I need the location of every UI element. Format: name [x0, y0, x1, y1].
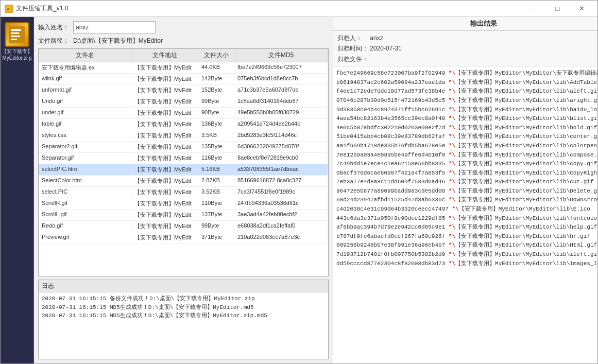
table-cell: 【安下载专用】MyEdit — [131, 62, 198, 73]
table-cell: 152Byte — [198, 85, 234, 96]
minimize-button[interactable]: — — [522, 2, 545, 16]
table-cell: 5.16KB — [198, 164, 234, 175]
arrow-indicator: *\ — [449, 215, 455, 221]
table-cell: 3.52KB — [198, 187, 234, 198]
table-cell: 116Byte — [198, 153, 234, 164]
file-path-label: 文件路径： — [38, 37, 69, 45]
table-cell: 3.5KB — [198, 130, 234, 141]
arrow-indicator: *\ — [449, 133, 455, 140]
table-cell: 44.0KB — [198, 62, 234, 73]
table-cell: under.gif — [39, 108, 131, 118]
arrow-indicator: *\ — [449, 79, 455, 85]
output-line: 7e812b9a03a4e0895be49ffe6d4010f0 *\【安下载专… — [336, 151, 597, 160]
table-row[interactable]: SelectColor.htm【安下载专用】MyEdit2.87KB851669… — [39, 176, 328, 187]
output-title: 输出结果 — [333, 17, 597, 31]
file-path-value: D:\桌面\【安下载专用】MyEditor — [73, 37, 329, 45]
hash-value: fbe7e249669c58e723007ba9f2f02949 — [336, 70, 449, 76]
table-cell: 【安下载专用】MyEdit — [131, 130, 198, 141]
table-cell: 【安下载专用】MyEdit — [131, 187, 198, 198]
arrow-indicator: *\ — [449, 88, 455, 94]
table-row[interactable]: Undo.gif【安下载专用】MyEdit99Byte1c8aa6df31401… — [39, 96, 328, 108]
arrow-indicator: *\ — [449, 152, 455, 158]
table-cell: wlink.gif — [39, 74, 131, 84]
table-row[interactable]: select.PIC【安下载专用】MyEdit3.52KB7ca3f74551f… — [39, 187, 328, 198]
file-path-output: 【安下载专用】MyEditor\MyEditor\lib\AddTable.ht… — [455, 79, 597, 85]
hash-value: 96472e5b877a89099badd9a3cde5dd08 — [336, 188, 449, 194]
table-row[interactable]: under.gif【安下载专用】MyEdit90Byte49e5b550b0b0… — [39, 108, 328, 119]
output-line: 7c49bdd1e7ece4c1ea62158e56bb8335 *\【安下载专… — [336, 160, 597, 169]
col-header-name: 文件名 — [39, 49, 131, 62]
window-title: 文件压缩工具_v1.0 — [16, 4, 68, 13]
table-row[interactable]: styles.css【安下载专用】MyEdit3.5KB2bd9283e3fc5… — [39, 130, 328, 142]
table-cell: 247fb94336a03536d61c — [234, 198, 328, 209]
output-line: 4e0c5b07abdfc302210d0203e00e2f7d *\【安下载专… — [336, 124, 597, 133]
output-line: 9d38358c04b4c8974371ff15bc62691c *\【安下载专… — [336, 106, 597, 115]
table-row[interactable]: Preview.gif【安下载专用】MyEdit371Byte210a022d0… — [39, 232, 328, 244]
output-content[interactable]: fbe7e249669c58e723007ba9f2f02949 *\【安下载专… — [333, 67, 597, 363]
output-line: 4aea54bc82163b4e3565cc39ec8a0f48 *\【安下载专… — [336, 114, 597, 124]
table-cell: 99Byte — [198, 221, 234, 232]
output-line: 7d193712b7401f0fb007750b5382b2d9 *\【安下载专… — [336, 250, 597, 259]
log-content: 2020-07-31 16:15:15 备份文件成功！D:\桌面\【安下载专用】… — [39, 292, 328, 359]
table-cell: Preview.gif — [39, 232, 131, 243]
file-path-output: 【安下载专用】MyEditor\MyEditor\lib\baidu_logo.… — [455, 107, 597, 113]
table-row[interactable]: Redo.gif【安下载专用】MyEdit99Bytee68038a2df1ca… — [39, 221, 328, 232]
table-cell: 075eb3f6bcd1d8e8cc7b — [234, 74, 328, 84]
table-row[interactable]: Separator.gif【安下载专用】MyEdit116Byte8ae8ceb… — [39, 153, 328, 164]
hash-value: 08acf370d6cae60907f42164f7a853f5 — [336, 170, 449, 176]
input-name-field[interactable] — [73, 21, 156, 33]
output-line: 96472e5b877a89099badd9a3cde5dd08 *\【安下载专… — [336, 187, 597, 196]
title-bar-left: 文件压缩工具_v1.0 — [5, 4, 68, 13]
arrow-indicator: *\ — [449, 115, 455, 122]
table-cell: Undo.gif — [39, 96, 131, 107]
file-table-body[interactable]: 安下载专用编辑器.ex【安下载专用】MyEdit44.0KBfbe7e24966… — [39, 62, 328, 276]
output-line: 009256b9246bb7e38f991e36a96eb4b7 *\【安下载专… — [336, 241, 597, 250]
svg-rect-7 — [11, 39, 17, 40]
title-bar: 文件压缩工具_v1.0 — □ ✕ — [1, 1, 597, 17]
table-cell: 【安下载专用】MyEdit — [131, 153, 198, 164]
close-button[interactable]: ✕ — [570, 2, 593, 16]
table-cell: 110Byte — [198, 198, 234, 209]
output-line: 7eb3a77e4d8a8c11dd609f7533d0ad46 *\【安下载专… — [336, 178, 597, 187]
hash-value: dd59ccccd877e2304c8f82008db83d73 — [336, 261, 449, 267]
file-path-output: 【安下载专用】MyEditor\MyEditor\lib\E.ico — [459, 206, 590, 212]
hash-value: af6bb9ac394b7d79e2e942cc0d65c9e1 — [336, 224, 449, 230]
log-label: 日志 — [39, 280, 328, 292]
table-cell: 【安下载专用】MyEdit — [131, 85, 198, 96]
app-icon-label: 【安下载专】 MyEditor.zi p — [1, 48, 33, 61]
hash-value: 7e812b9a03a4e0895be49ffe6d4010f0 — [336, 152, 449, 158]
table-row[interactable]: ScrollR.gif【安下载专用】MyEdit110Byte247fb9433… — [39, 198, 328, 210]
maximize-button[interactable]: □ — [546, 2, 569, 16]
file-path-output: 【安下载专用】MyEditor\MyEditor\lib\Html.gif — [455, 242, 597, 248]
file-table-header: 文件名 文件地址 文件大小 文件MD5 — [39, 49, 328, 62]
table-row[interactable]: wlink.gif【安下载专用】MyEdit142Byte075eb3f6bcd… — [39, 74, 328, 85]
table-row[interactable]: selectPIC.htm【安下载专用】MyEdit5.16KBa5337083… — [39, 164, 328, 176]
arrow-indicator: *\ — [449, 224, 455, 230]
hash-value: 4aea54bc82163b4e3565cc39ec8a0f48 — [336, 115, 449, 122]
hash-value: 7c49bdd1e7ece4c1ea62158e56bb8335 — [336, 161, 449, 167]
right-info: 归档人： anxz 归档时间： 2020-07-31 归档文件： — [333, 31, 597, 67]
file-path-output: 【安下载专用】MyEditor\MyEditor\lib\help.gif — [455, 224, 597, 230]
input-name-row: 输入姓名： — [38, 21, 329, 33]
col-header-md5: 文件MD5 — [234, 49, 328, 62]
table-row[interactable]: unformat.gif【安下载专用】MyEdit152Bytea71c3b37… — [39, 85, 328, 96]
log-panel: 日志 2020-07-31 16:15:15 备份文件成功！D:\桌面\【安下载… — [38, 280, 329, 359]
table-row[interactable]: 安下载专用编辑器.ex【安下载专用】MyEdit44.0KBfbe7e24966… — [39, 62, 328, 74]
table-cell: 【安下载专用】MyEdit — [131, 164, 198, 175]
table-cell: 49e5b550b0b05f030729 — [234, 108, 328, 118]
file-path-output: 【安下载专用】MyEditor\MyEditor\lib\DownArrow.g… — [455, 197, 597, 203]
table-row[interactable]: Separator2.gif【安下载专用】MyEdit135Byte6d3066… — [39, 142, 328, 153]
table-row[interactable]: ScrollL.gif【安下载专用】MyEdit137Byte3ae3ad4a4… — [39, 210, 328, 221]
table-cell: select.PIC — [39, 187, 131, 198]
col-header-size: 文件大小 — [198, 49, 234, 62]
table-cell: 【安下载专用】MyEdit — [131, 119, 198, 130]
archive-time-label: 归档时间： — [337, 43, 368, 54]
main-window: 文件压缩工具_v1.0 — □ ✕ 【安下载专】 MyEditor.zi p — [0, 0, 598, 364]
hash-value: 7d193712b7401f0fb007750b5382b2d9 — [336, 251, 449, 257]
file-path-output: 【安下载专用】MyEditor\MyEditor\lib\compose.js — [455, 152, 597, 158]
hash-value: 009256b9246bb7e38f991e36a96eb4b7 — [336, 242, 449, 248]
file-path-output: 【安下载专用】MyEditor\MyEditor\lib\Delete.gif — [455, 188, 597, 194]
output-line: b787df9fe6abacfd8ccf267fa60c926f *\【安下载专… — [336, 232, 597, 241]
table-row[interactable]: table.gif【安下载专用】MyEdit136Bytea209541d724… — [39, 119, 328, 130]
output-line: 68d24d23947afbd11525d47d8ab6336c *\【安下载专… — [336, 196, 597, 205]
